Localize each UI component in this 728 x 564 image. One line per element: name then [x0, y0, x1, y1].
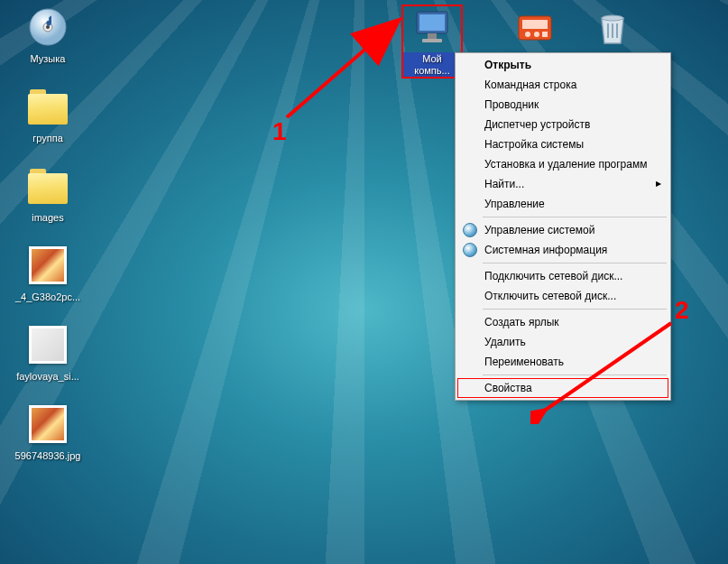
- svg-point-12: [602, 15, 623, 21]
- annotation-number-2: 2: [675, 296, 689, 325]
- annotation-number-1: 1: [272, 117, 287, 146]
- folder-icon: [26, 164, 69, 208]
- menu-item-msconfig[interactable]: Настройка системы: [457, 134, 668, 154]
- svg-rect-6: [422, 39, 442, 42]
- image-thumb-icon: [26, 244, 69, 287]
- gear-icon: [463, 223, 477, 237]
- menu-separator: [483, 217, 667, 217]
- computer-icon: [410, 5, 454, 49]
- icon-label: Музыка: [13, 52, 83, 66]
- svg-rect-15: [616, 23, 618, 38]
- svg-point-2: [46, 25, 50, 29]
- menu-item-sysmanage[interactable]: Управление системой: [457, 220, 668, 240]
- svg-rect-4: [419, 14, 445, 31]
- desktop-icon-my-computer[interactable]: Мой компь...: [402, 5, 462, 78]
- menu-item-unmap-drive[interactable]: Отключить сетевой диск...: [457, 286, 668, 306]
- desktop-icon-thumb2[interactable]: faylovaya_si...: [13, 323, 83, 384]
- svg-rect-14: [612, 23, 613, 38]
- desktop-icon-thumb1[interactable]: _4_G38o2pc...: [13, 244, 83, 304]
- icon-label: группа: [13, 132, 83, 145]
- menu-item-open[interactable]: Открыть: [457, 55, 668, 75]
- menu-separator: [483, 374, 667, 375]
- info-icon: [463, 243, 477, 257]
- menu-item-explorer[interactable]: Проводник: [457, 95, 668, 115]
- folder-icon: [26, 85, 69, 128]
- desktop-icon-group[interactable]: группа: [13, 85, 83, 145]
- svg-point-9: [525, 32, 530, 37]
- menu-item-delete[interactable]: Удалить: [457, 332, 668, 352]
- menu-item-appwiz[interactable]: Установка и удаление программ: [457, 154, 668, 174]
- icon-label: Мой компь...: [402, 52, 462, 78]
- desktop-icon-music[interactable]: Музыка: [13, 5, 83, 66]
- icon-label: faylovaya_si...: [13, 370, 83, 384]
- svg-line-16: [287, 22, 397, 117]
- icon-label: 596748936.jpg: [13, 449, 83, 463]
- desktop[interactable]: Музыка группа images _4_G38o2pc... faylo…: [0, 0, 728, 564]
- icon-label: images: [13, 211, 83, 225]
- menu-item-map-drive[interactable]: Подключить сетевой диск...: [457, 266, 668, 286]
- desktop-icon-control-panel[interactable]: [500, 5, 570, 54]
- svg-rect-8: [522, 20, 548, 29]
- recycle-bin-icon: [591, 5, 634, 49]
- desktop-icon-thumb3[interactable]: 596748936.jpg: [13, 402, 83, 463]
- menu-item-manage[interactable]: Управление: [457, 194, 668, 214]
- image-thumb-icon: [26, 323, 69, 366]
- menu-item-sysinfo[interactable]: Системная информация: [457, 240, 668, 260]
- menu-item-device-manager[interactable]: Диспетчер устройств: [457, 115, 668, 134]
- desktop-icon-images[interactable]: images: [13, 164, 83, 225]
- menu-separator: [483, 309, 667, 310]
- annotation-arrow-1: [271, 11, 415, 128]
- image-thumb-icon: [26, 402, 69, 446]
- menu-item-create-shortcut[interactable]: Создать ярлык: [457, 312, 668, 332]
- icon-label: _4_G38o2pc...: [13, 291, 83, 304]
- menu-item-rename[interactable]: Переименовать: [457, 352, 668, 372]
- menu-item-cmd[interactable]: Командная строка: [457, 75, 668, 95]
- context-menu: Открыть Командная строка Проводник Диспе…: [455, 52, 671, 401]
- svg-rect-13: [607, 23, 609, 38]
- menu-item-find[interactable]: Найти...: [457, 174, 668, 194]
- control-panel-icon: [513, 5, 557, 49]
- svg-rect-5: [428, 33, 437, 39]
- desktop-icon-recycle-bin[interactable]: [577, 5, 648, 54]
- menu-item-properties[interactable]: Свойства: [457, 378, 668, 398]
- svg-point-10: [534, 32, 539, 37]
- svg-rect-11: [542, 32, 548, 37]
- music-disc-icon: [26, 5, 69, 49]
- menu-separator: [483, 263, 667, 264]
